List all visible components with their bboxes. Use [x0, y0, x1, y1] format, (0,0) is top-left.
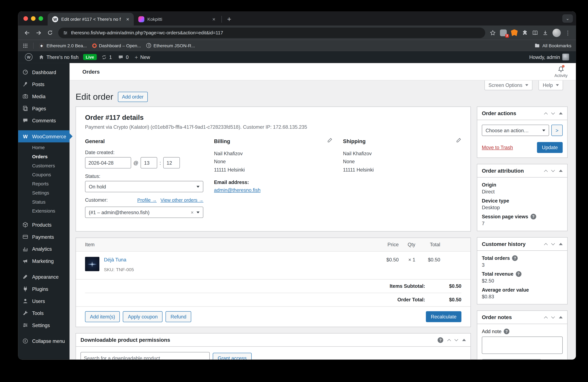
downloadable-search-input[interactable] — [81, 352, 210, 360]
adblock-extension-icon[interactable]: 3 — [500, 29, 507, 36]
grant-access-button[interactable]: Grant access — [213, 353, 252, 360]
sidebar-item-payments[interactable]: Payments — [18, 231, 70, 243]
bookmark-star-icon[interactable] — [490, 30, 496, 36]
sidebar-item-appearance[interactable]: Appearance — [18, 271, 70, 283]
apply-coupon-button[interactable]: Apply coupon — [123, 311, 163, 322]
tab-search-button[interactable]: ⌄ — [562, 14, 573, 23]
apply-action-button[interactable]: > — [551, 124, 563, 136]
zoom-window-button[interactable] — [39, 16, 43, 21]
refund-button[interactable]: Refund — [166, 311, 191, 322]
address-bar[interactable]: theresno.fish/wp-admin/admin.php?page=wc… — [58, 27, 485, 38]
browser-menu-icon[interactable]: ⋮ — [565, 29, 571, 36]
move-to-trash-link[interactable]: Move to Trash — [482, 145, 513, 150]
edit-shipping-pencil-icon[interactable] — [456, 138, 461, 145]
add-order-button[interactable]: Add order — [118, 92, 148, 102]
move-up-icon[interactable] — [447, 339, 451, 342]
customer-select[interactable]: (#1 – admin@theresno.fish) × — [85, 207, 203, 218]
minute-input[interactable] — [163, 157, 180, 168]
submenu-item-reports[interactable]: Reports — [18, 179, 70, 188]
extensions-puzzle-icon[interactable] — [522, 30, 528, 36]
submenu-item-extensions[interactable]: Extensions — [18, 207, 70, 216]
close-tab-icon[interactable]: × — [126, 17, 129, 22]
reload-button[interactable] — [44, 27, 55, 38]
new-content-menu[interactable]: + New — [132, 51, 153, 63]
profile-avatar[interactable] — [552, 29, 561, 37]
new-tab-button[interactable]: + — [223, 15, 235, 23]
forward-button[interactable] — [33, 27, 44, 38]
move-down-icon[interactable] — [454, 337, 458, 341]
add-note-button[interactable]: Add — [544, 359, 563, 360]
help-tip-icon[interactable]: ? — [512, 255, 518, 261]
recalculate-button[interactable]: Recalculate — [426, 311, 462, 322]
downloads-icon[interactable] — [542, 30, 548, 36]
product-name-link[interactable]: Déjà Tuna — [104, 257, 126, 262]
all-bookmarks-button[interactable]: All Bookmarks — [534, 43, 571, 48]
sidebar-item-analytics[interactable]: Analytics — [18, 243, 70, 255]
help-tip-icon[interactable]: ? — [438, 337, 443, 343]
metamask-extension-icon[interactable] — [511, 29, 518, 36]
minimize-window-button[interactable] — [31, 16, 36, 21]
site-settings-icon[interactable] — [63, 30, 68, 35]
reading-list-icon[interactable] — [532, 30, 538, 36]
sidebar-item-products[interactable]: Products — [18, 219, 70, 231]
move-down-icon[interactable] — [551, 111, 555, 114]
bookmark-dashboard[interactable]: Dashboard – Open... — [92, 43, 141, 48]
tab-kokpitti[interactable]: Kokpitti × — [134, 13, 220, 25]
sidebar-item-pages[interactable]: Pages — [18, 102, 70, 115]
hour-input[interactable] — [141, 157, 157, 168]
billing-email-link[interactable]: admin@theresno.fish — [214, 187, 260, 193]
sidebar-item-media[interactable]: Media — [18, 90, 70, 102]
status-select[interactable]: On hold — [85, 181, 203, 192]
move-down-icon[interactable] — [551, 315, 555, 318]
account-menu[interactable]: Howdy, admin — [526, 51, 572, 63]
sidebar-item-posts[interactable]: Posts — [18, 78, 70, 90]
edit-billing-pencil-icon[interactable] — [327, 138, 332, 145]
sidebar-item-woocommerce[interactable]: W WooCommerce — [18, 130, 70, 142]
site-name-menu[interactable]: There's no fish — [36, 51, 82, 63]
view-other-orders-link[interactable]: View other orders → — [160, 198, 203, 203]
toggle-panel-icon[interactable] — [462, 339, 466, 341]
wp-logo-menu[interactable]: W — [22, 51, 36, 63]
submenu-item-status[interactable]: Status — [18, 198, 70, 207]
close-window-button[interactable] — [23, 16, 28, 21]
sidebar-item-collapse-menu[interactable]: Collapse menu — [18, 335, 70, 347]
submenu-item-home[interactable]: Home — [18, 143, 70, 152]
move-up-icon[interactable] — [544, 316, 548, 320]
updates-menu[interactable]: 1 — [98, 51, 115, 63]
note-type-select[interactable]: Private note — [482, 359, 541, 360]
sidebar-item-settings[interactable]: Settings — [18, 319, 70, 331]
toggle-panel-icon[interactable] — [559, 243, 563, 245]
update-button[interactable]: Update — [537, 142, 563, 153]
help-tip-icon[interactable]: ? — [504, 329, 509, 334]
back-button[interactable] — [22, 27, 32, 38]
sidebar-item-dashboard[interactable]: Dashboard — [18, 66, 70, 78]
toggle-panel-icon[interactable] — [559, 112, 563, 114]
url-text[interactable]: theresno.fish/wp-admin/admin.php?page=wc… — [71, 30, 223, 35]
sidebar-item-comments[interactable]: Comments — [18, 115, 70, 127]
close-tab-icon[interactable]: × — [212, 17, 215, 22]
profile-link[interactable]: Profile → — [137, 198, 157, 203]
submenu-item-coupons[interactable]: Coupons — [18, 170, 70, 180]
move-up-icon[interactable] — [544, 243, 548, 247]
submenu-item-settings[interactable]: Settings — [18, 188, 70, 198]
move-down-icon[interactable] — [551, 241, 555, 245]
activity-button[interactable]: Activity — [554, 65, 567, 78]
toggle-panel-icon[interactable] — [559, 170, 563, 172]
screen-options-button[interactable]: Screen Options — [484, 80, 533, 90]
sidebar-item-tools[interactable]: Tools — [18, 307, 70, 319]
order-action-select[interactable]: Choose an action… — [482, 124, 549, 136]
sidebar-item-marketing[interactable]: Marketing — [18, 255, 70, 267]
move-up-icon[interactable] — [544, 170, 548, 173]
comments-menu[interactable]: 0 — [115, 51, 132, 63]
submenu-item-orders[interactable]: Orders — [18, 152, 70, 161]
move-up-icon[interactable] — [544, 112, 548, 116]
bookmark-ethereum-json[interactable]: Ethereum JSON-R... — [146, 43, 195, 48]
submenu-item-customers[interactable]: Customers — [18, 161, 70, 170]
date-created-input[interactable] — [85, 157, 131, 168]
help-button[interactable]: Help — [539, 80, 563, 90]
bookmark-ethereum-beacon[interactable]: ◆ Ethereum 2.0 Bea... — [39, 43, 87, 48]
toggle-panel-icon[interactable] — [559, 316, 563, 319]
sidebar-item-plugins[interactable]: Plugins — [18, 283, 70, 295]
help-tip-icon[interactable]: ? — [530, 214, 536, 220]
sidebar-item-users[interactable]: Users — [18, 295, 70, 307]
